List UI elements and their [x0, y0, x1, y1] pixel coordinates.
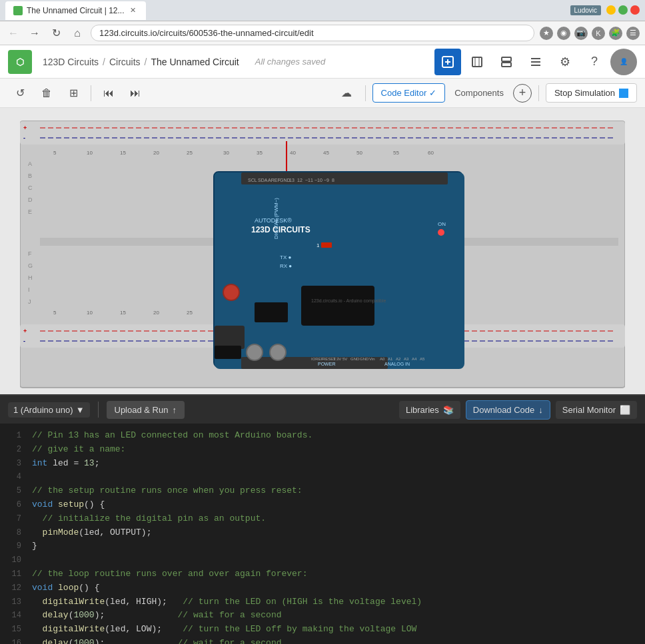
extension-icon[interactable]: ◉: [557, 27, 570, 40]
camera-icon[interactable]: 📷: [574, 27, 588, 40]
breadcrumb-current: The Unnamed Circuit: [151, 57, 239, 67]
cloud-button[interactable]: ☁: [334, 81, 358, 105]
upload-run-button[interactable]: Upload & Run ↑: [107, 401, 185, 419]
code-toolbar: 1 (Arduino uno) ▼ Upload & Run ↑ Librari…: [0, 394, 645, 424]
address-icons: ★ ◉ 📷 K 🧩 ☰: [540, 27, 640, 40]
url-input[interactable]: [91, 25, 534, 41]
arduino-selector[interactable]: 1 (Arduino uno) ▼: [8, 402, 90, 418]
back-button[interactable]: ←: [5, 25, 21, 41]
download-code-button[interactable]: Download Code ↓: [466, 400, 550, 420]
line-number: 2: [5, 443, 21, 456]
svg-text:RX ●: RX ●: [280, 263, 292, 269]
upload-run-label: Upload & Run: [115, 405, 169, 415]
libraries-button[interactable]: Libraries 📚: [399, 401, 460, 419]
svg-text:ANALOG IN: ANALOG IN: [384, 362, 410, 366]
code-editor[interactable]: 1 // Pin 13 has an LED connected on most…: [0, 424, 645, 644]
code-editor-button[interactable]: Code Editor ✓: [372, 83, 446, 103]
arduino-board: AUTODESK® 123D CIRCUITS ON DIGITAL (PWM~…: [213, 171, 463, 368]
menu-icon[interactable]: ☰: [626, 27, 640, 40]
fit-button[interactable]: ⊞: [61, 81, 85, 105]
svg-text:15: 15: [120, 310, 126, 316]
code-line-15: 15 digitalWrite(led, LOW); // turn the L…: [0, 623, 645, 637]
svg-text:A3: A3: [404, 357, 409, 361]
svg-text:I: I: [28, 286, 30, 293]
line-number: 11: [5, 567, 21, 581]
view-schematic-button[interactable]: [434, 49, 461, 75]
line-content: [32, 553, 640, 567]
line-content: pinMode(led, OUTPUT);: [32, 526, 640, 540]
code-line-16: 16 delay(1000); // wait for a second: [0, 637, 645, 644]
breadcrumb-circuits[interactable]: Circuits: [109, 57, 141, 67]
add-component-button[interactable]: +: [513, 84, 532, 103]
settings-button[interactable]: ⚙: [552, 49, 578, 75]
svg-text:SDA: SDA: [258, 178, 268, 182]
help-button[interactable]: ?: [581, 49, 608, 75]
code-line-1: 1 // Pin 13 has an LED connected on most…: [0, 429, 645, 443]
breadcrumb-home[interactable]: 123D Circuits: [43, 57, 99, 67]
line-number: 1: [5, 429, 21, 442]
svg-point-90: [247, 344, 263, 360]
svg-text:DIGITAL (PWM~): DIGITAL (PWM~): [273, 198, 279, 239]
svg-text:A4: A4: [412, 357, 417, 361]
svg-text:5V: 5V: [342, 357, 347, 361]
stop-sim-label: Stop Simulation: [554, 88, 615, 98]
svg-text:POWER: POWER: [318, 362, 335, 366]
forward-button[interactable]: →: [27, 25, 43, 41]
svg-text:A2: A2: [396, 357, 401, 361]
svg-text:30: 30: [223, 150, 229, 156]
account-icon[interactable]: K: [592, 27, 605, 40]
line-content: void loop() {: [32, 581, 640, 595]
view-board-button[interactable]: [464, 49, 490, 75]
code-line-13: 13 digitalWrite(led, HIGH); // turn the …: [0, 595, 645, 609]
window-user-label: Ludovic: [570, 5, 601, 15]
toolbar-separator-2: [365, 85, 366, 101]
maximize-button[interactable]: [618, 5, 628, 15]
close-button[interactable]: [630, 5, 640, 15]
libraries-icon: 📚: [443, 405, 454, 415]
serial-monitor-button[interactable]: Serial Monitor ⬜: [556, 401, 637, 419]
refresh-button[interactable]: ↻: [48, 25, 64, 41]
svg-point-91: [270, 344, 286, 360]
svg-text:40: 40: [290, 150, 296, 156]
breadcrumb-sep-1: /: [103, 57, 105, 67]
next-button[interactable]: ⏭: [123, 81, 147, 105]
right-toolbar: ☁ Code Editor ✓ Components + Stop Simula…: [334, 81, 637, 105]
view-list-button[interactable]: [522, 49, 549, 75]
tab-close-button[interactable]: ✕: [129, 6, 138, 15]
stop-simulation-button[interactable]: Stop Simulation: [546, 83, 637, 103]
svg-rect-73: [321, 242, 332, 248]
code-line-10: 10: [0, 553, 645, 567]
delete-button[interactable]: 🗑: [35, 81, 59, 105]
line-number: 13: [5, 595, 21, 609]
user-avatar[interactable]: 👤: [610, 49, 637, 75]
svg-text:55: 55: [393, 150, 399, 156]
svg-rect-65: [215, 326, 245, 349]
board-icon: [470, 55, 484, 69]
stop-sim-indicator: [619, 89, 628, 98]
download-icon: ↓: [538, 405, 543, 415]
home-button[interactable]: ⌂: [69, 25, 85, 41]
tab-title: The Unnamed Circuit | 12...: [27, 6, 125, 15]
secondary-toolbar: ↺ 🗑 ⊞ ⏮ ⏭ ☁ Code Editor ✓ Components + S…: [0, 79, 645, 108]
minimize-button[interactable]: [606, 5, 616, 15]
svg-rect-6: [502, 57, 511, 61]
undo-button[interactable]: ↺: [8, 81, 32, 105]
browser-tab[interactable]: The Unnamed Circuit | 12... ✕: [5, 1, 146, 20]
svg-point-67: [223, 284, 239, 300]
svg-text:45: 45: [323, 150, 329, 156]
line-number: 9: [5, 539, 21, 553]
view-layout-button[interactable]: [493, 49, 520, 75]
line-content: void setup() {: [32, 498, 640, 512]
svg-text:~10: ~10: [315, 178, 322, 182]
svg-text:GND: GND: [350, 357, 360, 361]
prev-button[interactable]: ⏮: [97, 81, 121, 105]
svg-text:-: -: [23, 338, 25, 344]
circuit-area[interactable]: 5 10 15 20 25 30 35 40 45 50 55 60 A B C…: [0, 108, 645, 394]
svg-text:25: 25: [187, 150, 193, 156]
puzzle-icon[interactable]: 🧩: [609, 27, 622, 40]
serial-label: Serial Monitor: [562, 405, 616, 415]
svg-text:3.3V: 3.3V: [333, 357, 341, 361]
bookmark-icon[interactable]: ★: [540, 27, 553, 40]
line-content: int led = 13;: [32, 457, 640, 471]
components-button[interactable]: Components: [449, 84, 509, 102]
